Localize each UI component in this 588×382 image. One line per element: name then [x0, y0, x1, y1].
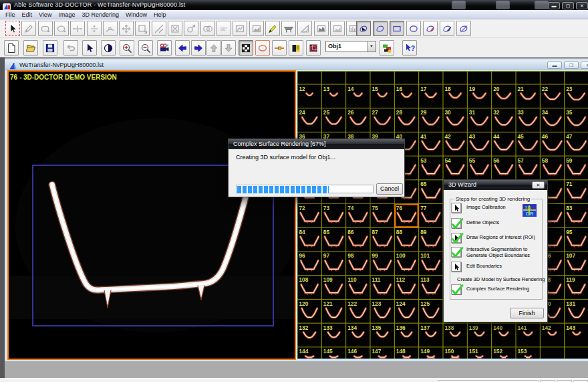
svg-text:112: 112: [396, 276, 406, 283]
rotate-90-button[interactable]: 90°: [216, 21, 231, 36]
document-title: WeTransfer-NvPpUgH80000.lst: [19, 62, 104, 68]
layers-color-button[interactable]: [380, 40, 394, 56]
svg-text:24: 24: [299, 109, 306, 116]
svg-text:98: 98: [347, 252, 354, 259]
close-button[interactable]: ✕: [576, 2, 588, 9]
menu-image[interactable]: Image: [55, 11, 78, 18]
svg-text:19: 19: [469, 86, 476, 92]
ellipse-blue-button[interactable]: [406, 21, 421, 36]
pencil-button[interactable]: [21, 21, 36, 36]
menu-file[interactable]: File: [0, 11, 19, 18]
document-restore-button[interactable]: ❐: [564, 62, 579, 69]
help-cursor-button[interactable]: ?: [402, 40, 417, 56]
poly-outline-button[interactable]: [373, 21, 388, 36]
expand-arrows-button[interactable]: [119, 21, 134, 36]
status-bar: [0, 378, 588, 382]
menu-edit[interactable]: Edit: [19, 11, 36, 18]
progress-bar-fill: [237, 186, 329, 193]
cancel-button[interactable]: Cancel: [376, 183, 403, 195]
svg-text:150: 150: [445, 348, 454, 355]
poly-pen-button[interactable]: [440, 21, 454, 36]
line-pen-button[interactable]: [152, 21, 166, 36]
pencil-yellow-button[interactable]: [265, 21, 280, 36]
cursor-arrow-button[interactable]: [82, 40, 97, 56]
minimize-button[interactable]: ▬: [548, 2, 560, 9]
svg-text:56: 56: [493, 157, 500, 164]
taskbar-ghost-2: [496, 1, 510, 9]
node-edit-button[interactable]: [103, 21, 118, 36]
ellipse-tool-button[interactable]: [54, 21, 69, 36]
book-button[interactable]: [289, 40, 303, 56]
zoom-in-button[interactable]: [120, 40, 134, 56]
menu-window[interactable]: Window: [122, 11, 150, 18]
svg-text:57: 57: [518, 157, 525, 164]
split-plus-button[interactable]: [70, 21, 85, 36]
toolbar-drawing: 90°: [0, 19, 588, 38]
zoom-out-button[interactable]: [138, 40, 153, 56]
rect-x-button[interactable]: [168, 21, 182, 36]
rect-blue-button[interactable]: [390, 21, 404, 36]
wizard-step-label: Define Objects: [466, 218, 541, 228]
contrast-button[interactable]: [101, 40, 116, 56]
menu-view[interactable]: View: [35, 11, 55, 18]
finish-button[interactable]: Finish: [510, 308, 544, 318]
chart-mid-button[interactable]: [330, 21, 345, 36]
cursor-icon: [451, 233, 461, 243]
svg-text:133: 133: [323, 324, 333, 331]
menu-help[interactable]: Help: [150, 11, 170, 18]
svg-text:13: 13: [323, 86, 330, 92]
poly-filled-button[interactable]: [356, 21, 371, 36]
arrow-left-button[interactable]: [175, 40, 190, 56]
shape-overlap-button[interactable]: [200, 21, 215, 36]
svg-text:34: 34: [542, 109, 549, 116]
movie-camera-button[interactable]: [157, 40, 172, 56]
object-selector-value: Obj1: [328, 43, 341, 50]
wizard-title: 3D Wizard: [448, 181, 476, 188]
svg-text:31: 31: [469, 109, 476, 116]
circle-arrow-button[interactable]: [184, 21, 198, 36]
line-dot-button[interactable]: [272, 40, 287, 56]
document-title-bar[interactable]: WeTransfer-NvPpUgH80000.lst ▬ ❐ ✕: [5, 60, 588, 70]
svg-text:146: 146: [347, 348, 357, 355]
svg-text:107: 107: [566, 252, 575, 259]
image-checkered-button[interactable]: [239, 40, 253, 56]
image-frame-button[interactable]: [233, 21, 247, 36]
document-close-button[interactable]: ✕: [581, 62, 588, 69]
svg-text:132: 132: [299, 324, 309, 331]
slice-viewer[interactable]: 76 - 3D-DOCTOR DEMO VERSION: [7, 70, 296, 360]
arrow-down-button[interactable]: [221, 40, 236, 56]
new-doc-button[interactable]: [4, 40, 19, 56]
undo-button[interactable]: [63, 40, 78, 56]
object-selector[interactable]: Obj1▼: [325, 41, 376, 52]
rect-arrow-button[interactable]: [135, 21, 150, 36]
arrow-up-button[interactable]: [206, 40, 221, 56]
svg-text:86: 86: [347, 229, 354, 235]
chart-dark-button[interactable]: [314, 21, 329, 36]
svg-text:33: 33: [518, 109, 525, 116]
poly-slash-button[interactable]: [456, 21, 471, 36]
poly-pen-red-button[interactable]: [423, 21, 438, 36]
open-folder-button[interactable]: [23, 40, 38, 56]
arrow-right-button[interactable]: [191, 40, 206, 56]
save-disk-button[interactable]: [43, 40, 57, 56]
svg-text:53: 53: [420, 157, 427, 164]
svg-text:99: 99: [372, 252, 379, 259]
triangle-ruler-button[interactable]: [297, 21, 312, 36]
cursor-icon: [451, 203, 461, 213]
round-rect-button[interactable]: [38, 21, 53, 36]
split-minus-button[interactable]: [87, 21, 102, 36]
cube-red-button[interactable]: [306, 40, 321, 56]
menu-3d-rendering[interactable]: 3D Rendering: [78, 11, 122, 18]
chart-area-button[interactable]: [249, 21, 264, 36]
document-minimize-button[interactable]: ▬: [547, 62, 562, 69]
wizard-close-button[interactable]: ✕: [532, 181, 545, 189]
svg-text:149: 149: [420, 348, 430, 355]
svg-text:65: 65: [420, 181, 427, 187]
svg-text:88: 88: [396, 229, 403, 235]
select-cursor-button[interactable]: [5, 21, 20, 36]
ellipse-red-button[interactable]: [255, 40, 270, 56]
progress-dialog-title-bar[interactable]: Complex Surface Rendering [67%]: [229, 139, 404, 149]
maximize-button[interactable]: ▢: [562, 2, 574, 9]
bench-button[interactable]: [281, 21, 296, 36]
dropdown-arrow-icon[interactable]: ▼: [367, 41, 376, 52]
